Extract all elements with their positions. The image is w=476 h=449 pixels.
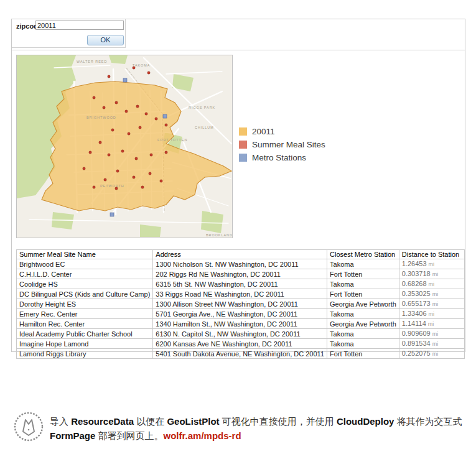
- legend-swatch-icon: [239, 141, 247, 149]
- distance-cell: 0.68268mi: [399, 279, 464, 289]
- metro-station-marker: [123, 78, 127, 82]
- distance-cell: 1.33406mi: [399, 309, 464, 319]
- address-cell: 1300 Allison Street NW Washington, DC 20…: [153, 299, 327, 309]
- meal-site-marker: [89, 151, 91, 154]
- legend-item: 20011: [239, 125, 325, 138]
- address-cell: 6130 N. Capitol St., NW Washington, DC 2…: [153, 329, 327, 339]
- site-name-cell: Lamond Riggs Library: [17, 349, 153, 359]
- station-cell: Takoma: [327, 339, 399, 349]
- meal-site-marker: [121, 150, 124, 152]
- station-cell: Takoma: [327, 329, 399, 339]
- table-row: Ideal Academy Public Charter School6130 …: [17, 329, 465, 339]
- meal-site-marker: [150, 154, 152, 156]
- site-name-cell: Hamilton Rec. Center: [17, 319, 153, 329]
- meal-site-marker: [141, 186, 144, 188]
- wolfram-wolf-logo: [12, 410, 45, 443]
- meal-site-marker: [83, 167, 85, 170]
- meal-site-marker: [103, 106, 105, 109]
- table-row: Coolidge HS6315 5th St. NW Washington, D…: [17, 279, 465, 289]
- meal-site-marker: [128, 132, 130, 135]
- map-area-label: RIGGS PARK: [189, 106, 215, 109]
- ok-button[interactable]: OK: [87, 35, 124, 45]
- legend-swatch-icon: [239, 127, 247, 136]
- table-row: DC Bilingual PCS (Kids and Culture Camp)…: [17, 289, 465, 299]
- results-table-wrap: Summer Meal Site NameAddressClosest Metr…: [16, 249, 465, 359]
- site-name-cell: DC Bilingual PCS (Kids and Culture Camp): [17, 289, 153, 299]
- meal-site-marker: [135, 157, 138, 160]
- site-name-cell: Ideal Academy Public Charter School: [17, 329, 153, 339]
- column-header: Distance to Station: [399, 250, 464, 259]
- station-cell: Takoma: [327, 309, 399, 319]
- meal-site-marker: [136, 105, 139, 108]
- meal-site-marker: [125, 110, 128, 113]
- footer-text-segment: 部署到网页上。: [95, 430, 163, 441]
- meal-site-marker: [155, 118, 157, 120]
- site-name-cell: Emery Rec. Center: [17, 309, 153, 319]
- legend-label: Summer Meal Sites: [252, 140, 325, 149]
- meal-site-marker: [160, 180, 162, 182]
- meal-site-marker: [165, 151, 167, 154]
- distance-cell: 0.909609mi: [399, 329, 464, 339]
- meal-site-marker: [116, 170, 119, 172]
- table-row: Emery Rec. Center5701 Georgia Ave., NE W…: [17, 309, 465, 319]
- legend-item: Metro Stations: [239, 151, 325, 164]
- meal-site-marker: [99, 141, 101, 144]
- distance-cell: 0.303718mi: [399, 269, 464, 279]
- footer-link[interactable]: wolfr.am/mpds-rd: [164, 430, 241, 441]
- meal-site-marker: [111, 129, 114, 131]
- meal-site-marker: [93, 186, 95, 188]
- metro-station-marker: [163, 114, 167, 118]
- meal-site-marker: [108, 154, 110, 156]
- distance-cell: 1.26453mi: [399, 259, 464, 269]
- station-cell: Georgia Ave Petworth: [327, 319, 399, 329]
- footer-text-segment: 以便在: [134, 416, 167, 427]
- results-table: Summer Meal Site NameAddressClosest Metr…: [16, 249, 465, 359]
- footer-text-segment: 导入: [50, 416, 71, 427]
- legend-swatch-icon: [239, 154, 247, 162]
- map-area-label: BROOKLAND: [206, 233, 232, 237]
- column-header: Address: [153, 250, 327, 259]
- distance-cell: 0.252075mi: [399, 349, 464, 359]
- column-header: Summer Meal Site Name: [17, 250, 153, 259]
- meal-site-marker: [145, 113, 147, 115]
- zipcode-form: zipcode OK: [12, 19, 126, 48]
- meal-site-marker: [108, 75, 110, 78]
- address-cell: 6200 Kansas Ave NE Washington, DC 20011: [153, 339, 327, 349]
- map-area-label: CHILLUM: [195, 126, 214, 129]
- zipcode-input[interactable]: [35, 21, 124, 30]
- station-cell: Takoma: [327, 279, 399, 289]
- address-cell: 6315 5th St. NW Washington, DC 20011: [153, 279, 327, 289]
- meal-site-marker: [149, 172, 151, 175]
- station-cell: Fort Totten: [327, 289, 399, 299]
- footer-text-segment: 将其作为交互式: [394, 416, 462, 427]
- code-term: GeoListPlot: [167, 416, 219, 427]
- address-cell: 1340 Hamilton St., NW Washington, DC 200…: [153, 319, 327, 329]
- footer-text-segment: 可视化中直接使用，并使用: [220, 416, 337, 427]
- map-area-label: WALTER REED: [77, 60, 107, 63]
- map-area-label: PETWORTH: [100, 184, 124, 188]
- station-cell: Georgia Ave Petworth: [327, 299, 399, 309]
- footer-text: 导入 ResourceData 以便在 GeoListPlot 可视化中直接使用…: [50, 414, 468, 443]
- site-name-cell: Imagine Hope Lamond: [17, 339, 153, 349]
- results-table-head-row: Summer Meal Site NameAddressClosest Metr…: [17, 250, 465, 259]
- legend-item: Summer Meal Sites: [239, 138, 325, 151]
- metro-station-marker: [110, 213, 114, 216]
- code-term: FormPage: [50, 430, 95, 441]
- site-name-cell: Dorothy Height ES: [17, 299, 153, 309]
- legend-label: Metro Stations: [252, 153, 306, 162]
- map-area-label: FORT TOTTEN: [157, 138, 187, 142]
- geo-map-svg: WALTER REEDTAKOMABRIGHTWOODRIGGS PARKCHI…: [17, 55, 232, 238]
- distance-cell: 1.14114mi: [399, 319, 464, 329]
- site-name-cell: Coolidge HS: [17, 279, 153, 289]
- code-term: ResourceData: [71, 416, 134, 427]
- meal-site-marker: [147, 72, 150, 74]
- meal-site-marker: [93, 96, 95, 99]
- site-name-cell: Brightwood EC: [17, 259, 153, 269]
- table-row: C.H.I.L.D. Center202 Riggs Rd NE Washing…: [17, 269, 465, 279]
- station-cell: Fort Totten: [327, 349, 399, 359]
- meal-site-marker: [115, 101, 118, 104]
- site-name-cell: C.H.I.L.D. Center: [17, 269, 153, 279]
- form-header-strip: zipcode OK: [12, 19, 465, 50]
- geo-map: WALTER REEDTAKOMABRIGHTWOODRIGGS PARKCHI…: [16, 55, 233, 238]
- legend-label: 20011: [252, 127, 275, 136]
